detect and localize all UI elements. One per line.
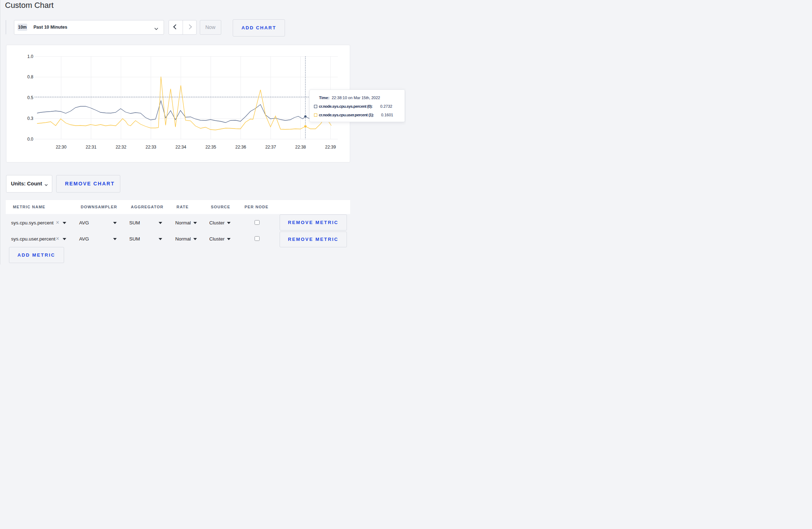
svg-text:0.5: 0.5 xyxy=(27,95,33,100)
svg-text:0.8: 0.8 xyxy=(27,74,33,79)
svg-text:22:34: 22:34 xyxy=(175,145,186,150)
svg-text:22:35: 22:35 xyxy=(206,145,216,150)
svg-text:22:36: 22:36 xyxy=(235,145,246,150)
svg-text:22:38: 22:38 xyxy=(295,145,306,150)
svg-text:1.0: 1.0 xyxy=(27,54,33,59)
svg-text:22:33: 22:33 xyxy=(145,145,156,150)
svg-text:22:39: 22:39 xyxy=(325,145,336,150)
svg-text:22:32: 22:32 xyxy=(116,145,126,150)
svg-text:0.0: 0.0 xyxy=(27,137,33,142)
svg-text:22:30: 22:30 xyxy=(56,145,67,150)
svg-text:22:37: 22:37 xyxy=(265,145,276,150)
svg-text:0.3: 0.3 xyxy=(27,116,33,121)
svg-text:22:31: 22:31 xyxy=(86,145,96,150)
